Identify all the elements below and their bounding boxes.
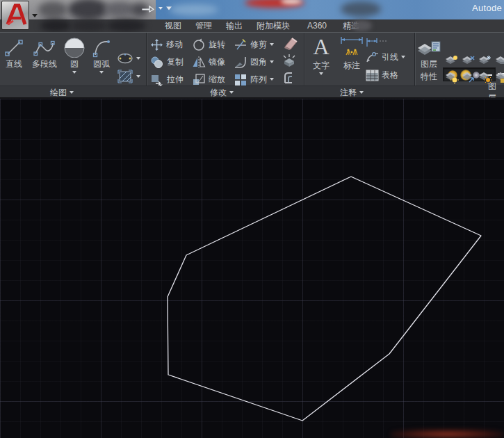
- line-label: 直线: [6, 58, 22, 70]
- stretch-icon: [150, 73, 164, 86]
- tab-output[interactable]: 输出: [225, 19, 244, 32]
- offset-button[interactable]: [282, 70, 299, 86]
- line-icon: [4, 38, 24, 58]
- trim-button[interactable]: 修剪: [234, 37, 274, 52]
- leader-icon: [366, 51, 379, 64]
- blurred-tabs-smudge: [71, 19, 107, 32]
- layer-properties-icon: [416, 40, 441, 58]
- layer-tool-partial-icon[interactable]: [495, 54, 504, 67]
- text-button[interactable]: A 文字: [309, 35, 334, 75]
- linear-dimension-icon[interactable]: [366, 38, 388, 47]
- layer-tool-unisolate-icon[interactable]: [462, 54, 475, 67]
- tab-view[interactable]: 视图: [163, 19, 184, 32]
- table-button[interactable]: 表格: [366, 67, 398, 83]
- leader-dropdown-caret-icon[interactable]: [401, 56, 405, 58]
- window-title: Autode: [472, 3, 502, 13]
- array-button[interactable]: 阵列: [234, 72, 274, 87]
- layers-panel-label[interactable]: 图层: [488, 87, 504, 98]
- rotate-icon: [192, 38, 206, 51]
- trim-icon: [234, 38, 247, 51]
- arc-icon: [92, 37, 111, 58]
- trim-dropdown-caret-icon[interactable]: [270, 43, 274, 46]
- layer-tool-freeze-icon[interactable]: [478, 54, 492, 67]
- offset-icon: [282, 70, 299, 86]
- fillet-icon: [234, 56, 247, 69]
- layer-properties-label-line1: 图层: [421, 58, 437, 70]
- draw-panel-label-text: 绘图: [50, 87, 67, 99]
- drawing-geometry: [0, 99, 504, 438]
- table-label: 表格: [382, 70, 398, 81]
- draw-panel-label[interactable]: 绘图: [50, 87, 74, 98]
- layer-tool-match-icon[interactable]: [462, 70, 475, 84]
- polyline-label: 多段线: [32, 58, 57, 70]
- erase-icon: [282, 35, 299, 51]
- dimension-icon: [339, 35, 364, 59]
- arc-label: 圆弧: [93, 58, 110, 70]
- scale-button[interactable]: 缩放: [192, 72, 225, 87]
- mirror-icon: [192, 56, 206, 69]
- stretch-label: 拉伸: [167, 74, 184, 86]
- application-menu-caret-icon[interactable]: [32, 14, 38, 17]
- polyline-icon: [33, 38, 56, 58]
- tab-addins[interactable]: 附加模块: [254, 19, 292, 32]
- erase-button[interactable]: [282, 35, 299, 51]
- rotate-button[interactable]: 旋转: [192, 37, 225, 52]
- scale-label: 缩放: [209, 74, 225, 86]
- copy-label: 复制: [167, 56, 184, 68]
- move-label: 移动: [166, 39, 183, 51]
- move-button[interactable]: 移动: [150, 37, 183, 52]
- qat-customize-caret-icon[interactable]: [166, 6, 172, 10]
- layer-properties-button[interactable]: 图层 特性: [416, 40, 442, 83]
- layer-tool-on-icon[interactable]: [445, 70, 459, 84]
- mirror-button[interactable]: 镜像: [192, 54, 225, 70]
- leader-label: 引线: [382, 51, 398, 63]
- redo-arrow-icon[interactable]: [142, 4, 154, 13]
- panel-label-bar: [0, 86, 504, 98]
- polygon: [168, 177, 481, 421]
- table-icon: [366, 70, 379, 81]
- line-button[interactable]: 直线: [1, 38, 26, 70]
- ellipse-button[interactable]: [117, 51, 140, 66]
- hatch-button[interactable]: [117, 69, 140, 84]
- move-icon: [150, 38, 163, 51]
- hatch-icon: [117, 69, 133, 84]
- leader-button[interactable]: 引线: [366, 49, 405, 65]
- redo-dropdown-caret-icon[interactable]: [158, 7, 163, 10]
- fillet-button[interactable]: 圆角: [234, 54, 274, 70]
- dimension-label: 标注: [343, 60, 360, 72]
- application-menu-button[interactable]: [1, 1, 29, 30]
- arc-button[interactable]: 圆弧: [88, 37, 115, 74]
- fillet-dropdown-caret-icon[interactable]: [270, 60, 274, 63]
- svg-text:A: A: [313, 35, 329, 59]
- ribbon-tab-row: 视图 管理 输出 附加模块 A360 精选: [0, 19, 504, 32]
- text-dropdown-caret-icon[interactable]: [319, 72, 323, 75]
- circle-button[interactable]: 圆: [61, 37, 88, 74]
- dimension-button[interactable]: 标注: [338, 35, 366, 72]
- blur-smudge: [38, 1, 67, 18]
- layer-tool-isolate-icon[interactable]: [445, 54, 459, 67]
- title-bar: Autode: [0, 0, 504, 19]
- hatch-dropdown-caret-icon[interactable]: [136, 75, 140, 78]
- polyline-button[interactable]: 多段线: [28, 38, 61, 70]
- tab-manage[interactable]: 管理: [194, 19, 213, 32]
- arc-dropdown-caret-icon[interactable]: [99, 71, 104, 74]
- explode-button[interactable]: [282, 53, 299, 68]
- circle-icon: [63, 37, 86, 58]
- circle-label: 圆: [70, 58, 79, 70]
- annotate-panel-label[interactable]: 注释: [340, 87, 364, 98]
- copy-button[interactable]: 复制: [150, 54, 184, 70]
- array-dropdown-caret-icon[interactable]: [270, 78, 274, 81]
- array-icon: [234, 73, 247, 86]
- modify-panel-caret-icon: [229, 91, 234, 94]
- ellipse-dropdown-caret-icon[interactable]: [136, 57, 140, 60]
- blurred-tabs-smudge: [107, 19, 146, 32]
- text-icon: A: [310, 35, 332, 59]
- watermark-red-blur: [391, 429, 504, 438]
- modify-panel-label[interactable]: 修改: [210, 87, 234, 98]
- draw-panel-caret-icon: [70, 91, 74, 94]
- circle-dropdown-caret-icon[interactable]: [72, 71, 76, 74]
- drawing-area[interactable]: XS 资料网 ZL.XS1616.COM: [0, 97, 504, 438]
- tab-a360[interactable]: A360: [307, 19, 327, 32]
- modify-panel-label-text: 修改: [210, 87, 227, 99]
- stretch-button[interactable]: 拉伸: [150, 72, 184, 87]
